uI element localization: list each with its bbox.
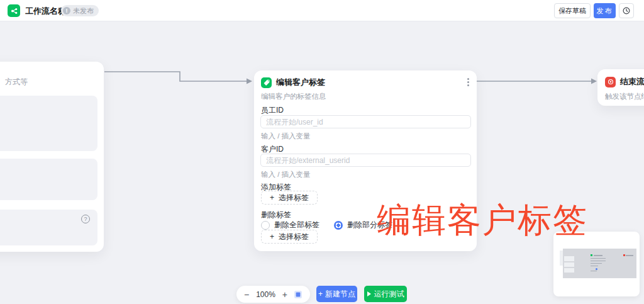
status-badge-label: 未发布 [73, 6, 94, 16]
radio-remove-partial[interactable] [334, 221, 343, 230]
node-end-flow[interactable]: 结束流程 触发该节点结束 [597, 69, 644, 106]
left-node-section-3: ? 变量 [0, 210, 97, 245]
node-title: 编辑客户标签 [276, 77, 325, 88]
customer-id-hint: 输入 / 插入变量 [261, 170, 311, 179]
staff-id-label: 员工ID [261, 105, 284, 116]
fit-view-icon[interactable] [294, 290, 303, 299]
left-node-description: 方式等 [5, 77, 28, 87]
staff-id-input[interactable] [260, 115, 471, 128]
remove-tags-label: 删除标签 [261, 210, 291, 220]
left-node-section-1 [0, 96, 97, 151]
plus-icon: + [318, 290, 323, 298]
left-node-section-2 [0, 159, 97, 200]
select-tags-label: 选择标签 [279, 193, 309, 203]
history-clock-icon[interactable] [619, 3, 634, 18]
minimap-viewport[interactable] [563, 249, 636, 278]
play-icon [367, 291, 371, 296]
staff-id-hint: 输入 / 插入变量 [261, 132, 311, 141]
plus-icon: + [270, 232, 274, 241]
new-node-label: 新建节点 [325, 289, 355, 300]
radio-remove-all[interactable] [261, 221, 270, 230]
zoom-out-button[interactable]: − [244, 290, 249, 299]
select-tags-button-remove[interactable]: + 选择标签 [261, 230, 318, 244]
node-header: 编辑客户标签 [261, 77, 325, 88]
run-test-label: 运行测试 [374, 289, 404, 300]
select-tags-label: 选择标签 [279, 232, 309, 242]
zoom-toolbar: − 100% + [236, 286, 310, 303]
node-flow-start-partial[interactable]: 方式等 ? 变量 [0, 62, 104, 252]
end-flow-icon [605, 77, 616, 87]
workflow-title: 工作流名称 [25, 6, 66, 17]
help-icon[interactable]: ? [81, 215, 90, 223]
node-description: 触发该节点结束 [605, 92, 644, 101]
customer-id-input[interactable] [260, 154, 471, 167]
new-node-button[interactable]: + 新建节点 [316, 286, 357, 302]
zoom-in-button[interactable]: + [282, 290, 287, 299]
workflow-canvas[interactable]: 方式等 ? 变量 编辑客户标签 编辑客户的标签信息 员工ID 输入 / 插入变量… [0, 0, 644, 304]
select-tags-button-add[interactable]: + 选择标签 [261, 191, 318, 205]
tag-icon [261, 77, 272, 88]
node-title: 结束流程 [620, 76, 644, 87]
annotation-text: 编辑客户标签 [377, 198, 588, 244]
top-bar: 工作流名称 ! 未发布 保存草稿 发布 [0, 0, 644, 21]
minimap-node-end [623, 254, 625, 256]
zoom-level: 100% [255, 290, 276, 299]
radio-remove-all-label[interactable]: 删除全部标签 [274, 220, 319, 230]
more-menu-icon[interactable] [467, 78, 469, 86]
publish-button[interactable]: 发布 [594, 3, 616, 18]
remove-tags-options: 删除全部标签 删除部分标签 [261, 220, 392, 230]
status-badge: ! 未发布 [61, 5, 99, 16]
node-header: 结束流程 [605, 76, 644, 87]
workflow-logo-icon [8, 4, 20, 17]
exclamation-icon: ! [63, 7, 70, 14]
plus-icon: + [270, 193, 274, 202]
run-test-button[interactable]: 运行测试 [364, 286, 407, 302]
node-description: 编辑客户的标签信息 [261, 92, 326, 101]
minimap-node-edit [591, 254, 592, 256]
save-draft-button[interactable]: 保存草稿 [554, 3, 591, 18]
